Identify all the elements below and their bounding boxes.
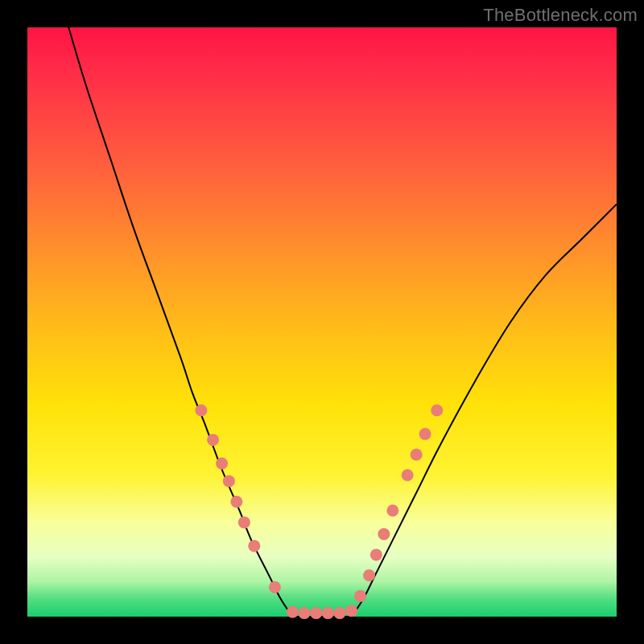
plot-area	[27, 27, 617, 617]
data-marker	[299, 607, 311, 619]
data-marker	[370, 549, 382, 561]
watermark-text: TheBottleneck.com	[483, 5, 638, 26]
data-marker	[333, 607, 345, 619]
marker-group	[195, 404, 443, 619]
data-marker	[386, 505, 398, 517]
data-marker	[223, 475, 235, 487]
data-marker	[230, 496, 242, 508]
data-marker	[310, 607, 322, 619]
data-marker	[411, 448, 423, 460]
data-marker	[378, 528, 390, 540]
data-marker	[345, 605, 357, 617]
data-marker	[322, 607, 334, 619]
data-marker	[287, 606, 299, 618]
data-marker	[195, 404, 207, 416]
data-marker	[431, 404, 443, 416]
chart-container: TheBottleneck.com	[0, 0, 644, 644]
data-marker	[419, 428, 431, 440]
data-marker	[363, 569, 375, 581]
data-marker	[354, 590, 366, 602]
data-marker	[248, 540, 260, 552]
data-marker	[216, 457, 228, 469]
data-marker	[238, 516, 250, 528]
data-marker	[207, 434, 219, 446]
data-marker	[402, 469, 414, 481]
curve-layer	[27, 27, 617, 617]
curve-right	[352, 204, 617, 617]
curve-left	[68, 27, 292, 617]
data-marker	[269, 581, 281, 593]
